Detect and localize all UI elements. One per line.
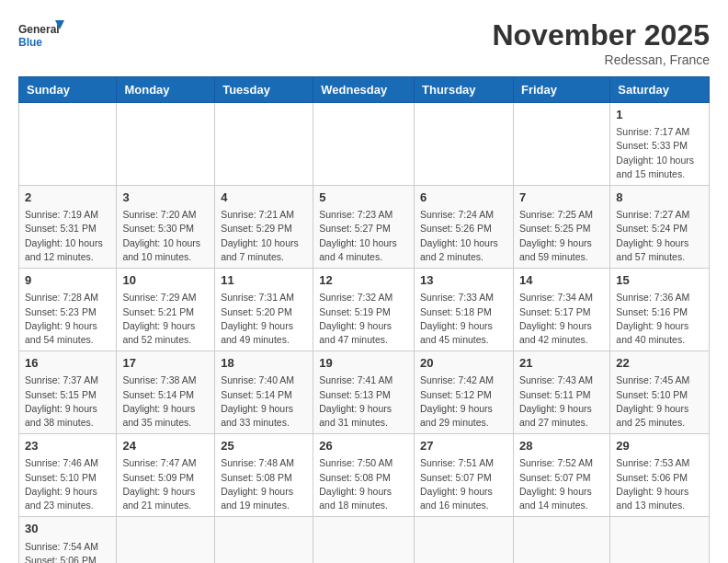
day-info: Sunrise: 7:50 AM Sunset: 5:08 PM Dayligh… xyxy=(319,456,408,512)
day-number: 16 xyxy=(25,355,110,372)
day-info: Sunrise: 7:46 AM Sunset: 5:10 PM Dayligh… xyxy=(25,456,110,512)
page-header: General Blue November 2025 Redessan, Fra… xyxy=(18,18,710,67)
day-info: Sunrise: 7:24 AM Sunset: 5:26 PM Dayligh… xyxy=(420,208,507,264)
day-info: Sunrise: 7:48 AM Sunset: 5:08 PM Dayligh… xyxy=(221,456,307,512)
day-number: 26 xyxy=(319,438,408,454)
day-info: Sunrise: 7:53 AM Sunset: 5:06 PM Dayligh… xyxy=(616,456,703,512)
day-number: 28 xyxy=(519,438,604,454)
day-info: Sunrise: 7:36 AM Sunset: 5:16 PM Dayligh… xyxy=(616,291,703,347)
svg-text:Blue: Blue xyxy=(18,36,42,49)
day-info: Sunrise: 7:52 AM Sunset: 5:07 PM Dayligh… xyxy=(519,456,604,512)
calendar-cell: 12Sunrise: 7:32 AM Sunset: 5:19 PM Dayli… xyxy=(313,269,415,351)
day-info: Sunrise: 7:17 AM Sunset: 5:33 PM Dayligh… xyxy=(616,125,703,181)
day-number: 7 xyxy=(519,190,604,206)
day-number: 6 xyxy=(420,190,507,206)
week-row-3: 9Sunrise: 7:28 AM Sunset: 5:23 PM Daylig… xyxy=(19,269,710,351)
day-number: 12 xyxy=(319,272,408,289)
calendar-cell xyxy=(415,103,514,186)
day-number: 13 xyxy=(420,272,507,289)
day-number: 3 xyxy=(122,190,209,206)
calendar-cell: 13Sunrise: 7:33 AM Sunset: 5:18 PM Dayli… xyxy=(415,269,514,351)
calendar-cell xyxy=(513,517,609,563)
weekday-header-thursday: Thursday xyxy=(415,77,514,103)
calendar-cell: 26Sunrise: 7:50 AM Sunset: 5:08 PM Dayli… xyxy=(313,434,415,517)
day-info: Sunrise: 7:34 AM Sunset: 5:17 PM Dayligh… xyxy=(519,291,604,347)
calendar-cell: 27Sunrise: 7:51 AM Sunset: 5:07 PM Dayli… xyxy=(415,434,514,517)
day-info: Sunrise: 7:43 AM Sunset: 5:11 PM Dayligh… xyxy=(519,373,604,430)
day-number: 5 xyxy=(319,190,408,206)
calendar-table: SundayMondayTuesdayWednesdayThursdayFrid… xyxy=(18,76,710,563)
day-number: 27 xyxy=(420,438,507,454)
day-info: Sunrise: 7:21 AM Sunset: 5:29 PM Dayligh… xyxy=(221,208,307,264)
day-number: 10 xyxy=(122,272,209,289)
calendar-cell: 29Sunrise: 7:53 AM Sunset: 5:06 PM Dayli… xyxy=(610,434,710,517)
day-number: 23 xyxy=(25,438,110,454)
weekday-header-friday: Friday xyxy=(513,77,609,103)
calendar-cell xyxy=(117,103,215,186)
week-row-4: 16Sunrise: 7:37 AM Sunset: 5:15 PM Dayli… xyxy=(19,351,710,434)
calendar-cell: 8Sunrise: 7:27 AM Sunset: 5:24 PM Daylig… xyxy=(610,186,710,269)
day-info: Sunrise: 7:27 AM Sunset: 5:24 PM Dayligh… xyxy=(616,208,703,264)
day-number: 4 xyxy=(221,190,307,206)
day-info: Sunrise: 7:47 AM Sunset: 5:09 PM Dayligh… xyxy=(122,456,209,512)
location: Redessan, France xyxy=(492,52,710,67)
week-row-5: 23Sunrise: 7:46 AM Sunset: 5:10 PM Dayli… xyxy=(19,434,710,517)
week-row-1: 1Sunrise: 7:17 AM Sunset: 5:33 PM Daylig… xyxy=(19,103,710,186)
calendar-cell: 16Sunrise: 7:37 AM Sunset: 5:15 PM Dayli… xyxy=(19,351,117,434)
calendar-cell: 5Sunrise: 7:23 AM Sunset: 5:27 PM Daylig… xyxy=(313,186,415,269)
calendar-cell xyxy=(313,517,415,563)
title-block: November 2025 Redessan, France xyxy=(492,18,710,67)
calendar-cell: 17Sunrise: 7:38 AM Sunset: 5:14 PM Dayli… xyxy=(117,351,215,434)
day-number: 11 xyxy=(221,272,307,289)
calendar-cell xyxy=(215,517,313,563)
day-number: 20 xyxy=(420,355,507,372)
logo-icon: General Blue xyxy=(18,18,64,57)
day-info: Sunrise: 7:20 AM Sunset: 5:30 PM Dayligh… xyxy=(122,208,209,264)
day-info: Sunrise: 7:40 AM Sunset: 5:14 PM Dayligh… xyxy=(221,373,307,430)
day-number: 22 xyxy=(616,355,703,372)
calendar-cell: 22Sunrise: 7:45 AM Sunset: 5:10 PM Dayli… xyxy=(610,351,710,434)
weekday-header-monday: Monday xyxy=(117,77,215,103)
day-info: Sunrise: 7:33 AM Sunset: 5:18 PM Dayligh… xyxy=(420,291,507,347)
day-info: Sunrise: 7:29 AM Sunset: 5:21 PM Dayligh… xyxy=(122,291,209,347)
day-number: 25 xyxy=(221,438,307,454)
calendar-cell: 28Sunrise: 7:52 AM Sunset: 5:07 PM Dayli… xyxy=(513,434,609,517)
month-title: November 2025 xyxy=(492,18,710,52)
calendar-cell: 20Sunrise: 7:42 AM Sunset: 5:12 PM Dayli… xyxy=(415,351,514,434)
calendar-cell xyxy=(610,517,710,563)
calendar-cell: 6Sunrise: 7:24 AM Sunset: 5:26 PM Daylig… xyxy=(415,186,514,269)
day-info: Sunrise: 7:42 AM Sunset: 5:12 PM Dayligh… xyxy=(420,373,507,430)
calendar-cell: 2Sunrise: 7:19 AM Sunset: 5:31 PM Daylig… xyxy=(19,186,117,269)
day-number: 21 xyxy=(519,355,604,372)
day-number: 9 xyxy=(25,272,110,289)
day-number: 17 xyxy=(122,355,209,372)
calendar-cell: 7Sunrise: 7:25 AM Sunset: 5:25 PM Daylig… xyxy=(513,186,609,269)
calendar-cell xyxy=(313,103,415,186)
calendar-cell: 15Sunrise: 7:36 AM Sunset: 5:16 PM Dayli… xyxy=(610,269,710,351)
day-number: 30 xyxy=(25,521,110,537)
day-number: 1 xyxy=(616,107,703,123)
week-row-6: 30Sunrise: 7:54 AM Sunset: 5:06 PM Dayli… xyxy=(19,517,710,563)
weekday-header-sunday: Sunday xyxy=(19,77,117,103)
calendar-cell xyxy=(19,103,117,186)
day-number: 2 xyxy=(25,190,110,206)
calendar-cell: 10Sunrise: 7:29 AM Sunset: 5:21 PM Dayli… xyxy=(117,269,215,351)
calendar-cell: 24Sunrise: 7:47 AM Sunset: 5:09 PM Dayli… xyxy=(117,434,215,517)
weekday-header-saturday: Saturday xyxy=(610,77,710,103)
calendar-cell xyxy=(215,103,313,186)
calendar-cell: 21Sunrise: 7:43 AM Sunset: 5:11 PM Dayli… xyxy=(513,351,609,434)
day-info: Sunrise: 7:38 AM Sunset: 5:14 PM Dayligh… xyxy=(122,373,209,430)
day-info: Sunrise: 7:54 AM Sunset: 5:06 PM Dayligh… xyxy=(25,540,110,564)
weekday-header-wednesday: Wednesday xyxy=(313,77,415,103)
day-info: Sunrise: 7:32 AM Sunset: 5:19 PM Dayligh… xyxy=(319,291,408,347)
day-info: Sunrise: 7:28 AM Sunset: 5:23 PM Dayligh… xyxy=(25,291,110,347)
calendar-cell: 30Sunrise: 7:54 AM Sunset: 5:06 PM Dayli… xyxy=(19,517,117,563)
day-info: Sunrise: 7:31 AM Sunset: 5:20 PM Dayligh… xyxy=(221,291,307,347)
day-number: 8 xyxy=(616,190,703,206)
day-number: 14 xyxy=(519,272,604,289)
day-number: 24 xyxy=(122,438,209,454)
calendar-cell: 23Sunrise: 7:46 AM Sunset: 5:10 PM Dayli… xyxy=(19,434,117,517)
calendar-cell: 14Sunrise: 7:34 AM Sunset: 5:17 PM Dayli… xyxy=(513,269,609,351)
calendar-cell xyxy=(513,103,609,186)
day-number: 18 xyxy=(221,355,307,372)
